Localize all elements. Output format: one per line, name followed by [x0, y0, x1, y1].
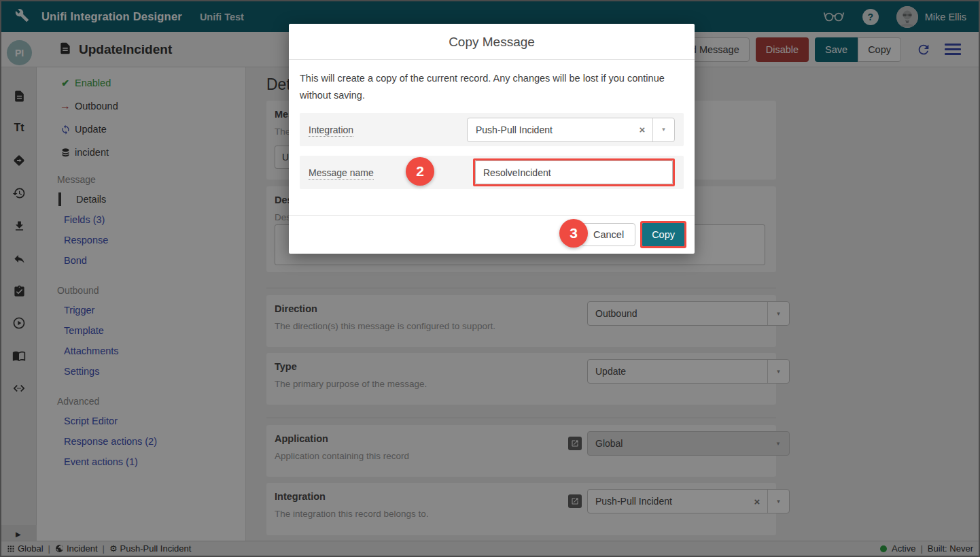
chevron-down-icon[interactable]: ▼ — [652, 118, 674, 141]
clear-icon[interactable]: × — [632, 124, 652, 135]
modal-title: Copy Message — [289, 24, 695, 60]
copy-message-modal: Copy Message This will create a copy of … — [289, 24, 695, 254]
annotation-step-2: 2 — [406, 157, 434, 186]
cancel-button[interactable]: Cancel — [582, 223, 635, 246]
modal-field-integration: Integration Push-Pull Incident × ▼ — [300, 113, 684, 146]
field-label: Integration — [309, 124, 467, 135]
highlight-frame: Copy — [640, 221, 686, 248]
modal-integration-select[interactable]: Push-Pull Incident × ▼ — [467, 118, 675, 142]
modal-footer: Cancel Copy — [289, 215, 695, 254]
app-window: Unifi Integration Designer Unifi Test ? — [0, 0, 980, 557]
annotation-step-3: 3 — [559, 219, 588, 248]
modal-description: This will create a copy of the current r… — [289, 60, 695, 103]
modal-copy-button[interactable]: Copy — [642, 223, 684, 246]
modal-message-name-input[interactable] — [475, 161, 673, 184]
modal-field-message-name: Message name — [300, 156, 684, 189]
highlight-frame — [473, 158, 675, 186]
field-label: Message name — [309, 167, 473, 178]
